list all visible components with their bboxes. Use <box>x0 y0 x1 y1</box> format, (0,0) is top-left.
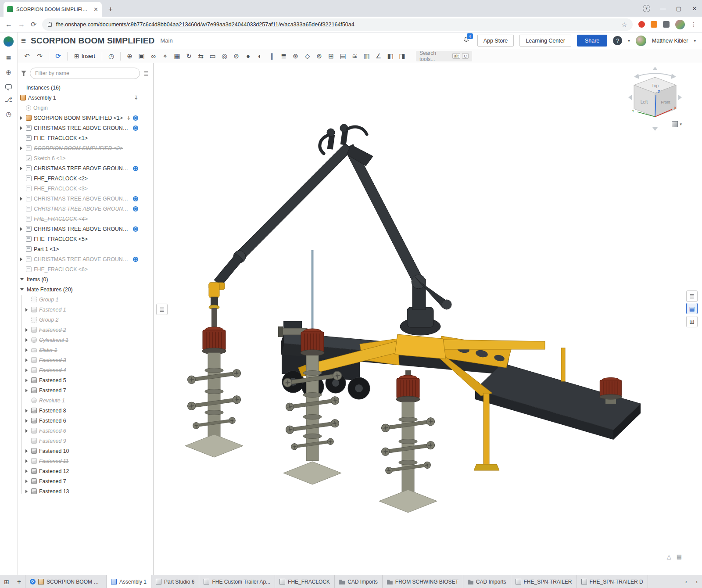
expand-chevron-icon[interactable] <box>19 116 24 120</box>
mate-row[interactable]: Fastened 13 <box>18 486 153 496</box>
refresh-button[interactable]: ⟳ <box>31 21 36 28</box>
pin-slot-icon[interactable]: ⊘ <box>230 50 242 61</box>
search-tools-box[interactable]: Search tools... alt C <box>416 51 472 61</box>
mate-row[interactable]: Fastened 7 <box>18 385 153 395</box>
instance-row[interactable]: FHE_FRACLOCK <4> <box>18 214 153 224</box>
redo-icon[interactable]: ↷ <box>34 50 46 61</box>
exploded-view-icon[interactable]: ⊞ <box>325 50 337 61</box>
address-bar[interactable]: fhe.onshape.com/documents/c9b77c6c4d8bb0… <box>42 18 633 31</box>
mate-row[interactable]: Fastened 2 <box>18 325 153 335</box>
expand-chevron-icon[interactable] <box>25 308 29 312</box>
expand-chevron-icon[interactable] <box>25 328 29 332</box>
rotate-down-arrow-icon[interactable] <box>652 127 658 131</box>
learning-center-button[interactable]: Learning Center <box>519 35 571 47</box>
mirror-icon[interactable]: ◇ <box>301 50 313 61</box>
expand-chevron-icon[interactable] <box>25 348 29 352</box>
mate-row[interactable]: Fastened 6 <box>18 416 153 426</box>
help-chevron-down-icon[interactable]: ▾ <box>628 39 630 43</box>
mate-row[interactable]: Fastened 6 <box>18 426 153 436</box>
expand-chevron-icon[interactable] <box>25 368 29 373</box>
expand-chevron-icon[interactable] <box>25 489 29 494</box>
document-tab-fhe-fraclock[interactable]: FHE_FRACLOCK <box>275 575 335 588</box>
expand-chevron-icon[interactable] <box>19 257 24 262</box>
scorpion-boom[interactable] <box>214 124 451 335</box>
document-tab-cad-imports[interactable]: CAD Imports <box>463 575 511 588</box>
window-close-button[interactable]: ✕ <box>691 5 698 12</box>
instance-row[interactable]: FHE_FRACLOCK <5> <box>18 234 153 244</box>
slider-icon[interactable]: ⇆ <box>195 50 207 61</box>
document-tab-fhe-spn-trailer-d[interactable]: FHE_SPN-TRAILER D <box>577 575 648 588</box>
instance-row[interactable]: CHRISTMAS TREE ABOVE GROUND <2> <box>18 123 153 133</box>
update-linked-documents-icon[interactable]: ⟳ <box>52 50 64 61</box>
mate-row[interactable]: Fastened 12 <box>18 466 153 476</box>
planar-icon[interactable]: ▭ <box>207 50 218 61</box>
comments-icon[interactable] <box>5 84 12 89</box>
help-button[interactable]: ? <box>613 36 622 45</box>
mate-row[interactable]: Fastened 1 <box>18 305 153 315</box>
document-tab-from-schwing-bioset[interactable]: FROM SCHWING BIOSET <box>383 575 463 588</box>
expand-chevron-icon[interactable] <box>25 409 29 413</box>
user-avatar[interactable] <box>636 36 646 46</box>
filter-input[interactable] <box>30 68 140 79</box>
wellhead-stack-1[interactable] <box>185 283 243 457</box>
feature-panel-button[interactable]: ≣ <box>686 290 698 302</box>
rollback-clock-icon[interactable]: ◷ <box>105 50 117 61</box>
expand-chevron-icon[interactable] <box>25 449 29 453</box>
document-tab-part-studio-6[interactable]: Part Studio 6 <box>151 575 199 588</box>
new-tab-button[interactable]: + <box>105 4 116 14</box>
mate-relation-icon[interactable]: ∞ <box>147 50 159 61</box>
user-chevron-down-icon[interactable]: ▾ <box>694 39 696 43</box>
extensions-puzzle-icon[interactable] <box>663 21 670 28</box>
tabs-scroll-right-icon[interactable]: › <box>691 578 702 585</box>
add-tab-button[interactable]: + <box>13 575 25 588</box>
expand-chevron-icon[interactable] <box>25 459 29 463</box>
history-icon[interactable]: ◷ <box>5 110 13 118</box>
perf-triangle-icon[interactable]: △ <box>667 553 671 560</box>
mate-row[interactable]: Cylindrical 1 <box>18 335 153 345</box>
linked-document-icon[interactable] <box>133 206 138 212</box>
forward-button[interactable]: → <box>18 21 25 28</box>
ball-icon[interactable]: ● <box>242 50 254 61</box>
instance-row[interactable]: FHE_FRACLOCK <2> <box>18 173 153 183</box>
bookmark-star-icon[interactable]: ☆ <box>621 21 627 28</box>
app-store-button[interactable]: App Store <box>477 35 514 47</box>
document-tab-scorpion-boom-si[interactable]: ⟳SCORPION BOOM SI... <box>25 575 107 588</box>
expand-chevron-icon[interactable] <box>25 429 29 433</box>
tab-close-icon[interactable]: ✕ <box>93 6 98 13</box>
tables-panel-button[interactable]: ⊞ <box>686 316 698 327</box>
cad-scene[interactable] <box>154 63 702 575</box>
items-header[interactable]: Items (0) <box>18 274 153 284</box>
instance-row[interactable]: FHE_FRACLOCK <6> <box>18 264 153 274</box>
insert-to-assembly-icon[interactable]: ↧ <box>126 115 131 121</box>
mate-row[interactable]: Fastened 7 <box>18 476 153 486</box>
instance-row[interactable]: SCORPION BOOM SIMPLIFIED <1>↧ <box>18 113 153 123</box>
linked-document-icon[interactable] <box>133 196 138 201</box>
browser-profile-avatar[interactable] <box>675 20 685 29</box>
instance-row[interactable]: CHRISTMAS TREE ABOVE GROUND <6> <box>18 254 153 264</box>
expand-chevron-icon[interactable] <box>25 358 29 362</box>
mate-row[interactable]: Fastened 10 <box>18 446 153 456</box>
named-positions-icon[interactable]: ≋ <box>349 50 361 61</box>
mate-row[interactable]: Fastened 8 <box>18 405 153 416</box>
list-options-icon[interactable]: ≣ <box>143 70 149 77</box>
collapse-chevron-icon[interactable] <box>20 288 24 290</box>
document-tab-cad-imports[interactable]: CAD Imports <box>335 575 383 588</box>
instance-row[interactable]: Assembly 1↧ <box>18 93 153 103</box>
notifications-button[interactable]: 4 <box>463 36 470 45</box>
tangent-icon[interactable]: ◐ <box>254 50 266 61</box>
minimize-button[interactable]: — <box>660 5 666 12</box>
insert-to-assembly-icon[interactable]: ↧ <box>134 95 138 101</box>
expand-chevron-icon[interactable] <box>25 469 29 473</box>
extension-adblock-icon[interactable] <box>638 21 645 28</box>
revolute-icon[interactable]: ↻ <box>183 50 195 61</box>
bom-icon[interactable]: ▥ <box>361 50 372 61</box>
appearance-icon[interactable]: ◨ <box>396 50 408 61</box>
instance-row[interactable]: FHE_FRACLOCK <1> <box>18 133 153 143</box>
parallel-icon[interactable]: ∥ <box>266 50 278 61</box>
maximize-button[interactable]: ▢ <box>676 5 682 12</box>
instance-row[interactable]: CHRISTMAS TREE ABOVE GROUND <5> <box>18 224 153 234</box>
instance-row[interactable]: FHE_FRACLOCK <3> <box>18 183 153 194</box>
apps-grid-icon[interactable]: ⊞ <box>0 575 13 588</box>
share-button[interactable]: Share <box>577 35 607 47</box>
linked-document-icon[interactable] <box>133 166 138 171</box>
